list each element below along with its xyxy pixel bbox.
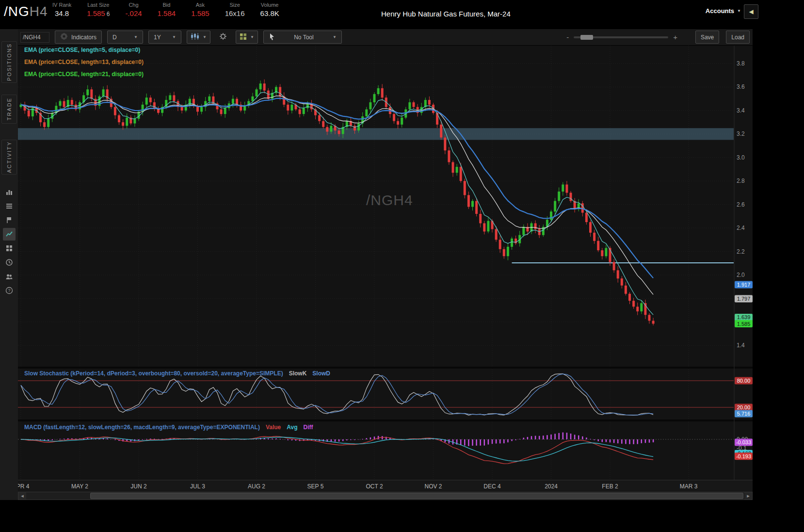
clock-gadget-icon[interactable] <box>3 256 16 269</box>
svg-text:3.0: 3.0 <box>737 154 745 161</box>
svg-text:SEP 5: SEP 5 <box>307 483 324 490</box>
time-axis[interactable]: APR 4MAY 2JUN 2JUL 3AUG 2SEP 5OCT 2NOV 2… <box>18 480 753 492</box>
support-zone <box>18 128 734 140</box>
stat-iv-rank: IV Rank 34.8 <box>52 2 71 17</box>
ema13-label[interactable]: EMA (price=CLOSE, length=13, displace=0) <box>24 59 144 65</box>
svg-text:2.6: 2.6 <box>737 201 745 208</box>
svg-text:JUL 3: JUL 3 <box>190 483 205 490</box>
symbol-watermark: /NGH4 <box>366 192 413 209</box>
chevron-down-icon: ▼ <box>203 35 207 39</box>
studies-icon <box>60 32 68 42</box>
scroll-left-arrow-icon[interactable]: ◂ <box>18 492 26 500</box>
svg-text:3.4: 3.4 <box>737 107 745 114</box>
grid-icon <box>240 33 247 42</box>
svg-text:2.4: 2.4 <box>737 225 745 231</box>
svg-text:-0.033: -0.033 <box>736 439 751 445</box>
people-gadget-icon[interactable] <box>3 270 16 283</box>
svg-text:20.00: 20.00 <box>737 404 751 410</box>
chevron-down-icon: ▼ <box>172 35 176 39</box>
scroll-right-arrow-icon[interactable]: ▸ <box>744 492 752 500</box>
cursor-icon <box>269 33 275 42</box>
gear-icon <box>219 32 227 42</box>
svg-text:JUN 2: JUN 2 <box>130 483 147 490</box>
chevron-down-icon: ▼ <box>250 35 254 39</box>
symbol-title: /NGH4 <box>4 4 48 19</box>
stat-volume: Volume 63.8K <box>260 2 279 17</box>
symbol-root: /NG <box>4 4 30 19</box>
svg-text:FEB 2: FEB 2 <box>602 483 618 490</box>
app-window: /NGH4 IV Rank 34.8 Last Size 1.5856 Chg … <box>0 0 804 532</box>
chart-panel: Indicators D ▼ 1Y ▼ ▼ ▼ <box>18 29 753 500</box>
zoom-slider[interactable] <box>574 36 668 38</box>
zoom-in-button[interactable]: + <box>673 33 677 41</box>
svg-text:5.716: 5.716 <box>737 411 751 417</box>
instrument-title: Henry Hub Natural Gas Futures, Mar-24 <box>381 10 511 18</box>
svg-text:1.639: 1.639 <box>737 314 751 320</box>
indicators-button[interactable]: Indicators <box>55 31 102 44</box>
svg-text:80.00: 80.00 <box>737 378 751 384</box>
sidebar-tab-positions[interactable]: POSITIONS <box>1 41 17 83</box>
chart-toolbar: Indicators D ▼ 1Y ▼ ▼ ▼ <box>18 29 753 46</box>
stochastic-label-row[interactable]: Slow Stochastic (kPeriod=14, dPeriod=3, … <box>24 370 330 377</box>
svg-text:1.917: 1.917 <box>737 282 751 288</box>
zoom-out-button[interactable]: - <box>566 33 569 41</box>
left-sidebar: POSITIONS TRADE ACTIVITY <box>0 29 18 500</box>
svg-text:-0.193: -0.193 <box>736 453 751 459</box>
scrollbar-thumb[interactable] <box>90 493 743 499</box>
study-labels: EMA (price=CLOSE, length=5, displace=0) … <box>24 47 144 83</box>
stat-bid: Bid 1.584 <box>158 2 176 17</box>
drawing-tool-dropdown[interactable]: No Tool ▼ <box>263 31 342 44</box>
svg-text:DEC 4: DEC 4 <box>483 483 501 490</box>
svg-text:APR 4: APR 4 <box>18 483 30 490</box>
bar-chart-gadget-icon[interactable] <box>3 186 16 198</box>
svg-text:AUG 2: AUG 2 <box>248 483 265 490</box>
arrow-left-icon: ◀ <box>749 8 753 15</box>
sidebar-tab-trade[interactable]: TRADE <box>1 95 17 124</box>
svg-text:?: ? <box>8 288 10 293</box>
svg-text:MAR 3: MAR 3 <box>680 483 698 490</box>
zoom-slider-thumb[interactable] <box>580 35 593 40</box>
flag-gadget-icon[interactable] <box>3 214 16 226</box>
sidebar-gadget-icons: ? <box>0 184 18 298</box>
ema21-label[interactable]: EMA (price=CLOSE, length=21, displace=0) <box>24 71 144 78</box>
macd-label-row[interactable]: MACD (fastLength=12, slowLength=26, macd… <box>24 424 313 431</box>
svg-text:2.2: 2.2 <box>737 248 745 255</box>
svg-text:1.585: 1.585 <box>737 321 751 327</box>
svg-text:1.4: 1.4 <box>737 342 745 349</box>
grid-gadget-icon[interactable] <box>3 242 16 255</box>
grid-layout-dropdown[interactable]: ▼ <box>236 31 258 44</box>
accounts-menu[interactable]: Accounts ▼ <box>706 7 741 15</box>
charts-gadget-icon[interactable] <box>3 228 16 241</box>
chevron-down-icon: ▼ <box>333 35 337 39</box>
stat-last-size: Last Size 1.5856 <box>87 2 110 17</box>
quote-stats: IV Rank 34.8 Last Size 1.5856 Chg -.024 … <box>52 2 279 17</box>
candlestick-style-icon <box>191 33 199 41</box>
collapse-panel-button[interactable]: ◀ <box>744 4 758 19</box>
sidebar-tab-activity[interactable]: ACTIVITY <box>1 140 17 175</box>
chart-settings-button[interactable] <box>216 31 230 43</box>
help-icon[interactable]: ? <box>3 284 16 297</box>
save-button[interactable]: Save <box>695 31 719 44</box>
svg-text:3.2: 3.2 <box>737 130 745 137</box>
stat-chg: Chg -.024 <box>125 2 142 17</box>
svg-text:NOV 2: NOV 2 <box>424 483 442 490</box>
svg-text:3.8: 3.8 <box>737 60 745 67</box>
symbol-input[interactable] <box>20 32 49 43</box>
symbol-contract: H4 <box>30 4 48 19</box>
load-button[interactable]: Load <box>726 31 750 44</box>
chart-scrollbar[interactable]: ◂ ▸ <box>18 492 753 500</box>
svg-text:1.797: 1.797 <box>737 296 751 302</box>
svg-text:MAY 2: MAY 2 <box>71 483 88 490</box>
save-load-group: Save Load <box>695 31 750 44</box>
svg-text:2.8: 2.8 <box>737 177 745 184</box>
timeframe-dropdown[interactable]: D ▼ <box>107 31 143 44</box>
stat-size: Size 16x16 <box>225 2 245 17</box>
svg-text:OCT 2: OCT 2 <box>366 483 383 490</box>
list-gadget-icon[interactable] <box>3 200 16 212</box>
chart-style-dropdown[interactable]: ▼ <box>187 31 210 44</box>
svg-text:2024: 2024 <box>545 483 558 490</box>
chevron-down-icon: ▼ <box>134 35 138 39</box>
ema5-label[interactable]: EMA (price=CLOSE, length=5, displace=0) <box>24 47 144 53</box>
range-dropdown[interactable]: 1Y ▼ <box>148 31 181 44</box>
chevron-down-icon: ▼ <box>737 9 741 13</box>
